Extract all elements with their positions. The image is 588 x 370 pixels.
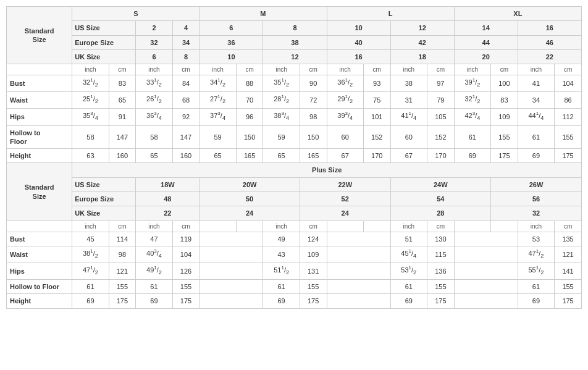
bust-m6-cm: 88 [236, 75, 263, 92]
plus-unit-inch-4: inch [263, 221, 300, 232]
height-24w-cm: 175 [427, 294, 454, 308]
bust-s4-cm: 84 [172, 75, 200, 92]
plus-unit-inch-5 [327, 221, 363, 232]
plus-unit-cm-2: cm [172, 221, 200, 232]
plus-unit-cm-3 [236, 221, 263, 232]
htf-26w-cm: 155 [555, 280, 582, 294]
unit-inch-5: inch [327, 64, 363, 75]
unit-inch-7: inch [454, 64, 490, 75]
height-22w-cm: 175 [300, 294, 327, 308]
hips-m6-cm: 96 [236, 109, 263, 125]
htf-24w-inch: 61 [390, 280, 427, 294]
unit-cm-5: cm [363, 64, 390, 75]
eu42: 42 [390, 35, 454, 49]
us14: 14 [454, 21, 518, 35]
plus-unit-cm-8: cm [555, 221, 582, 232]
eu56: 56 [491, 192, 582, 206]
hips-s2-cm: 91 [109, 109, 136, 125]
eu46: 46 [518, 35, 581, 49]
plus-unit-inch-1: inch [72, 221, 109, 232]
plus-unit-inch-6: inch [390, 221, 427, 232]
htf-s4-inch: 58 [136, 125, 172, 149]
height-22w-inch: 69 [263, 294, 300, 308]
height-m8-cm: 165 [300, 149, 327, 163]
htf-26w-inch: 61 [518, 280, 554, 294]
bust-m8-inch: 351/2 [263, 75, 300, 92]
us20w: 20W [200, 177, 300, 191]
hips-m8-cm: 98 [300, 109, 327, 125]
eu44: 44 [454, 35, 518, 49]
hips-s4-inch: 363/4 [136, 109, 172, 125]
htf-xl16-cm: 155 [555, 125, 582, 149]
height-xl16-cm: 175 [555, 149, 582, 163]
bust-plus-label: Bust [7, 232, 72, 246]
hips-18w-cm: 121 [109, 263, 136, 280]
bust-m8-cm: 90 [300, 75, 327, 92]
htf-m6-cm: 150 [236, 125, 263, 149]
hips-s4-cm: 92 [172, 109, 200, 125]
hips-l12-inch: 411/4 [390, 109, 427, 125]
bust-xl16-cm: 104 [555, 75, 582, 92]
htf-xl14-cm: 155 [491, 125, 518, 149]
hips-20w-cm: 126 [172, 263, 200, 280]
us22w: 22W [300, 177, 390, 191]
unit-inch-4: inch [263, 64, 300, 75]
unit-cm-8: cm [555, 64, 582, 75]
bust-l10-cm: 93 [363, 75, 390, 92]
eu50: 50 [200, 192, 300, 206]
htf-l12-cm: 152 [427, 125, 454, 149]
waist-m8-cm: 72 [300, 92, 327, 109]
waist-22w-inch: 43 [263, 246, 300, 263]
us6: 6 [200, 21, 263, 35]
plus-unit-cm-6: cm [427, 221, 454, 232]
height-xl14-cm: 175 [491, 149, 518, 163]
hips-label: Hips [7, 109, 72, 125]
hips-l10-inch: 393/4 [327, 109, 363, 125]
htf-20w-cm: 155 [172, 280, 200, 294]
us10: 10 [327, 21, 390, 35]
bust-18w-inch: 45 [72, 232, 109, 246]
htf-18w-inch: 61 [72, 280, 109, 294]
htf-s2-inch: 58 [72, 125, 109, 149]
waist-xl16-inch: 34 [518, 92, 554, 109]
height-s2-inch: 63 [72, 149, 109, 163]
htf-22w-cm: 155 [300, 280, 327, 294]
height-label: Height [7, 149, 72, 163]
europe-size-label: Europe Size [72, 35, 136, 49]
hips-xl14-inch: 423/4 [454, 109, 490, 125]
bust-m6-inch: 341/2 [200, 75, 236, 92]
hips-24w-inch: 531/2 [390, 263, 427, 280]
bust-l12-cm: 97 [427, 75, 454, 92]
uk22: 22 [518, 49, 581, 64]
height-26w-inch: 69 [518, 294, 554, 308]
htf-l12-inch: 60 [390, 125, 427, 149]
bust-22w-cm: 124 [300, 232, 327, 246]
waist-l12-inch: 31 [390, 92, 427, 109]
unit-cm-2: cm [172, 64, 200, 75]
unit-inch-1: inch [72, 64, 109, 75]
height-20w-inch: 69 [136, 294, 172, 308]
htf-m8-inch: 59 [263, 125, 300, 149]
bust-20w-inch: 47 [136, 232, 172, 246]
uk16: 16 [327, 49, 390, 64]
size-chart-container: StandardSize S M L XL US Size 2 4 6 8 10… [0, 0, 588, 315]
waist-plus-label: Waist [7, 246, 72, 263]
uk-size-label: UK Size [72, 49, 136, 64]
height-xl16-inch: 69 [518, 149, 554, 163]
unit-cm-6: cm [427, 64, 454, 75]
bust-l12-inch: 38 [390, 75, 427, 92]
bust-s4-inch: 331/2 [136, 75, 172, 92]
plus-unit-inch-7 [454, 221, 490, 232]
bust-24w-cm: 130 [427, 232, 454, 246]
hips-22w-inch: 511/2 [263, 263, 300, 280]
htf-24w-cm: 155 [427, 280, 454, 294]
uk22p: 22 [136, 206, 200, 221]
hips-20w-inch: 491/2 [136, 263, 172, 280]
uk24p: 24 [200, 206, 300, 221]
std-size-label: StandardSize [7, 7, 72, 64]
s-col-header: S [72, 7, 200, 21]
waist-s4-cm: 68 [172, 92, 200, 109]
hips-l12-cm: 105 [427, 109, 454, 125]
height-20w-cm: 175 [172, 294, 200, 308]
waist-18w-cm: 98 [109, 246, 136, 263]
